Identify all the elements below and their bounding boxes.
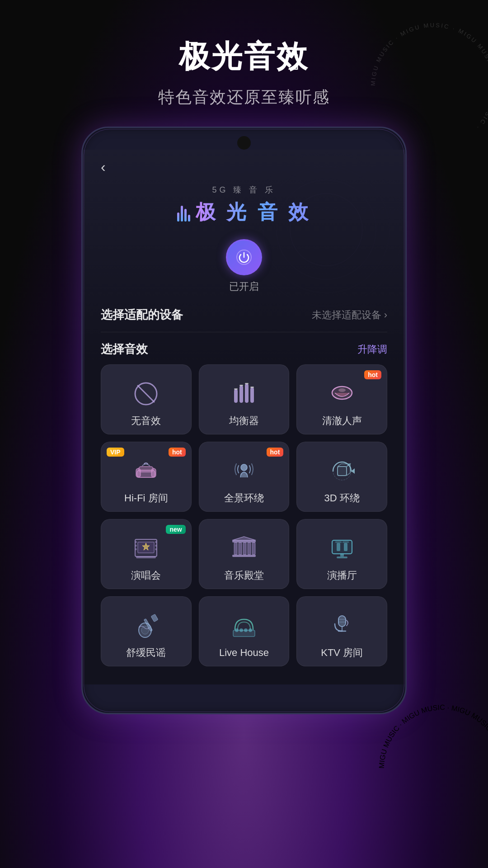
back-button[interactable]: ‹ — [101, 150, 387, 180]
svg-rect-50 — [340, 554, 344, 557]
svg-rect-41 — [243, 542, 246, 555]
hot-badge-clear-voice: hot — [364, 370, 381, 379]
svg-point-23 — [241, 464, 247, 471]
effect-no-sound[interactable]: 无音效 — [101, 364, 192, 434]
clear-voice-label: 清澈人声 — [322, 415, 362, 427]
effect-equalizer[interactable]: 均衡器 — [199, 364, 290, 434]
power-section: 已开启 — [101, 235, 387, 298]
hall-icon — [228, 533, 260, 564]
eq-bar-2 — [181, 206, 183, 222]
auditorium-label: 演播厅 — [327, 570, 357, 581]
svg-rect-15 — [245, 383, 249, 384]
svg-rect-61 — [338, 616, 346, 627]
concert-label: 演唱会 — [131, 570, 161, 581]
effect-folk[interactable]: 舒缓民谣 — [101, 596, 192, 666]
svg-rect-33 — [155, 541, 157, 543]
hot-badge-hifi: hot — [169, 448, 186, 457]
sofa-icon — [130, 455, 162, 487]
no-sound-icon — [130, 378, 162, 410]
effect-clear-voice[interactable]: hot 清澈人声 — [296, 364, 387, 434]
svg-rect-39 — [234, 542, 237, 555]
panoramic-label: 全景环绕 — [224, 492, 264, 504]
svg-rect-49 — [343, 541, 349, 543]
effects-grid: 无音效 — [101, 364, 387, 666]
equalizer-label: 均衡器 — [229, 415, 259, 427]
device-selection-row[interactable]: 选择适配的设备 未选择适配设备 › — [101, 298, 387, 332]
svg-rect-9 — [234, 389, 238, 403]
no-sound-label: 无音效 — [131, 415, 161, 427]
app-name: 极 光 音 效 — [196, 199, 311, 226]
svg-rect-51 — [337, 557, 347, 558]
svg-rect-16 — [250, 387, 254, 388]
svg-rect-31 — [135, 545, 137, 547]
eq-bar-4 — [188, 215, 190, 222]
new-badge-concert: new — [166, 525, 185, 534]
hot-badge-panoramic: hot — [267, 448, 284, 457]
device-action[interactable]: 未选择适配设备 › — [312, 308, 387, 322]
svg-point-60 — [249, 628, 252, 632]
svg-point-58 — [239, 628, 243, 632]
svg-rect-36 — [136, 557, 156, 558]
ktv-label: KTV 房间 — [321, 647, 363, 659]
effect-panoramic[interactable]: hot — [199, 442, 290, 512]
svg-point-57 — [235, 628, 239, 632]
svg-rect-43 — [252, 542, 255, 555]
svg-rect-12 — [250, 387, 254, 403]
svg-marker-44 — [232, 537, 256, 540]
vip-badge-hifi: VIP — [107, 448, 124, 457]
effect-concert[interactable]: new — [101, 519, 192, 589]
phone-notch — [237, 136, 251, 150]
svg-point-59 — [244, 628, 248, 632]
page-title: 极光音效 — [179, 36, 309, 77]
lips-icon — [326, 378, 358, 410]
svg-rect-46 — [337, 543, 340, 551]
phone-frame: ‹ 5G 臻 音 乐 极 光 音 效 — [81, 127, 407, 714]
svg-rect-30 — [135, 541, 137, 543]
3d-surround-label: 3D 环绕 — [324, 492, 360, 504]
effect-live-house[interactable]: Live House — [199, 596, 290, 666]
guitar-icon — [130, 610, 162, 642]
svg-rect-26 — [338, 467, 347, 476]
broadcast-icon — [326, 533, 358, 564]
mic-icon — [326, 610, 358, 642]
svg-marker-25 — [351, 468, 355, 474]
svg-rect-47 — [344, 543, 347, 551]
hifi-room-label: Hi-Fi 房间 — [124, 492, 168, 504]
sound-label: 选择音效 — [101, 341, 148, 357]
power-button[interactable] — [226, 239, 262, 275]
svg-rect-45 — [332, 540, 352, 554]
pitch-adjust-button[interactable]: 升降调 — [357, 343, 387, 356]
svg-rect-22 — [139, 467, 153, 472]
svg-point-18 — [338, 388, 346, 392]
svg-rect-48 — [335, 541, 342, 543]
live-house-icon — [228, 610, 260, 642]
svg-rect-10 — [239, 386, 243, 403]
device-chevron-icon: › — [384, 309, 387, 321]
effect-music-hall[interactable]: 音乐殿堂 — [199, 519, 290, 589]
effect-hifi-room[interactable]: VIP hot — [101, 442, 192, 512]
app-subtitle: 5G 臻 音 乐 — [101, 184, 387, 195]
svg-rect-11 — [245, 384, 249, 403]
svg-rect-55 — [151, 614, 158, 622]
device-label: 选择适配的设备 — [101, 307, 183, 323]
eq-bar-3 — [184, 209, 187, 222]
svg-line-8 — [138, 386, 154, 402]
svg-point-53 — [141, 626, 149, 634]
svg-rect-14 — [239, 385, 243, 386]
effect-ktv[interactable]: KTV 房间 — [296, 596, 387, 666]
app-logo-area: 5G 臻 音 乐 极 光 音 效 — [101, 180, 387, 235]
svg-rect-35 — [155, 548, 157, 550]
equalizer-icon — [177, 203, 190, 222]
app-logo-main: 极 光 音 效 — [101, 199, 387, 226]
svg-rect-13 — [234, 388, 238, 390]
svg-text:MIGU MUSIC · MIGU MUSIC · MIGU: MIGU MUSIC · MIGU MUSIC · MIGU MUSIC · M… — [378, 703, 488, 784]
effect-3d-surround[interactable]: 3D 环绕 — [296, 442, 387, 512]
sound-effect-section: 选择音效 升降调 无音效 — [101, 332, 387, 666]
page-header: 极光音效 特色音效还原至臻听感 — [0, 0, 488, 108]
effect-auditorium[interactable]: 演播厅 — [296, 519, 387, 589]
phone-mockup: ‹ 5G 臻 音 乐 极 光 音 效 — [81, 127, 407, 714]
stage-icon — [130, 533, 162, 564]
surround-person-icon — [228, 455, 260, 487]
sound-header: 选择音效 升降调 — [101, 332, 387, 364]
svg-rect-40 — [239, 542, 242, 555]
